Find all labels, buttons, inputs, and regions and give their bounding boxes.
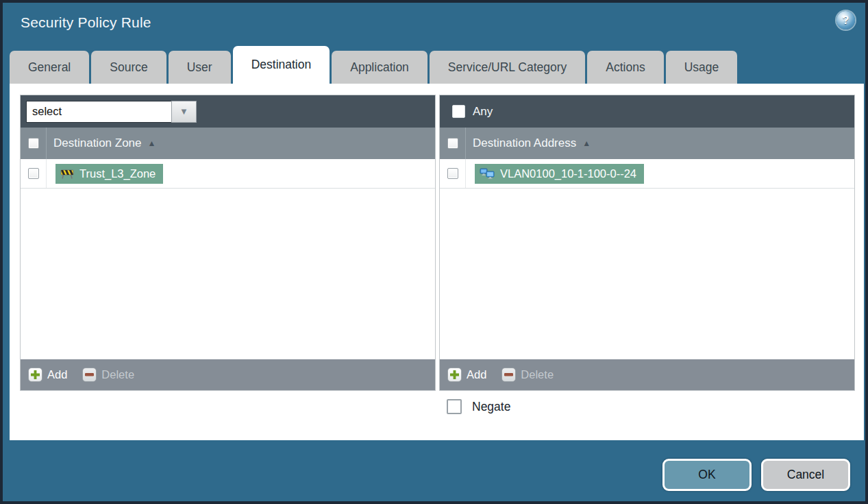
zone-select-bar: ▼: [21, 95, 435, 128]
tab-actions[interactable]: Actions: [587, 51, 663, 84]
address-rows: VLAN0100_10-1-100-0--24: [440, 159, 854, 359]
destination-address-panel: Any Destination Address ▲: [439, 95, 855, 391]
negate-checkbox[interactable]: [447, 399, 462, 414]
dropdown-arrow-icon: ▼: [179, 106, 188, 117]
zone-label: Trust_L3_Zone: [79, 167, 156, 180]
zone-select-dropdown-button[interactable]: ▼: [171, 101, 197, 123]
zone-delete-label: Delete: [101, 368, 134, 381]
tab-service-url-category[interactable]: Service/URL Category: [430, 51, 585, 84]
zone-toolbar: Add Delete: [21, 359, 435, 390]
address-header-checkbox[interactable]: [447, 138, 458, 149]
network-address-icon: [480, 168, 495, 180]
zone-add-label: Add: [47, 368, 67, 381]
sort-asc-icon: ▲: [582, 139, 591, 147]
address-toolbar: Add Delete: [440, 359, 854, 390]
help-glyph: ?: [843, 14, 850, 27]
zone-select-combo: ▼: [26, 101, 197, 123]
address-row-checkbox[interactable]: [447, 168, 458, 179]
address-chip[interactable]: VLAN0100_10-1-100-0--24: [475, 164, 644, 184]
zone-row: Trust_L3_Zone: [21, 159, 435, 189]
zone-row-checkbox[interactable]: [28, 168, 39, 179]
address-header-checkbox-cell: [440, 128, 466, 159]
destination-zone-panel: ▼ Destination Zone ▲: [20, 95, 436, 391]
minus-icon: [501, 368, 516, 382]
zone-column-header-row: Destination Zone ▲: [21, 128, 435, 159]
sort-asc-icon: ▲: [148, 139, 156, 147]
address-delete-label: Delete: [521, 368, 554, 381]
address-add-button[interactable]: Add: [447, 368, 486, 382]
page-title: Security Policy Rule: [21, 14, 151, 31]
tab-general[interactable]: General: [10, 51, 89, 84]
cancel-button[interactable]: Cancel: [761, 459, 850, 491]
tab-usage[interactable]: Usage: [666, 51, 738, 84]
address-row: VLAN0100_10-1-100-0--24: [440, 159, 854, 189]
address-column-header-row: Destination Address ▲: [440, 128, 854, 159]
zone-header-checkbox-cell: [21, 128, 47, 159]
negate-row: Negate: [447, 399, 510, 414]
destination-tab-content: ▼ Destination Zone ▲: [10, 84, 864, 440]
tab-bar: General Source User Destination Applicat…: [10, 46, 737, 84]
zone-row-checkbox-cell: [21, 159, 47, 188]
help-icon[interactable]: ?: [836, 11, 855, 29]
zone-chip[interactable]: Trust_L3_Zone: [55, 164, 163, 184]
tab-application[interactable]: Application: [332, 51, 427, 84]
zone-select-input[interactable]: [26, 101, 171, 123]
plus-icon: [447, 368, 462, 382]
security-policy-rule-dialog: Security Policy Rule ? General Source Us…: [0, 0, 868, 504]
negate-label: Negate: [472, 400, 510, 414]
address-row-checkbox-cell: [440, 159, 466, 188]
address-column-header[interactable]: Destination Address ▲: [473, 136, 591, 150]
tab-user[interactable]: User: [169, 51, 231, 84]
tab-destination[interactable]: Destination: [233, 46, 330, 84]
zone-add-button[interactable]: Add: [28, 368, 67, 382]
zone-column-header-label: Destination Zone: [53, 136, 142, 150]
address-column-header-label: Destination Address: [473, 136, 576, 150]
tab-source[interactable]: Source: [91, 51, 166, 84]
any-label: Any: [473, 105, 493, 119]
any-checkbox[interactable]: [452, 105, 465, 118]
zone-header-checkbox[interactable]: [28, 138, 39, 149]
ok-button[interactable]: OK: [662, 459, 752, 491]
zone-rows: Trust_L3_Zone: [21, 159, 435, 359]
any-bar: Any: [440, 95, 854, 128]
plus-icon: [28, 368, 42, 382]
zone-delete-button[interactable]: Delete: [82, 368, 134, 382]
zone-barrier-icon: [60, 168, 74, 179]
any-checkbox-cell: [445, 95, 471, 128]
address-add-label: Add: [467, 368, 486, 381]
address-label: VLAN0100_10-1-100-0--24: [500, 167, 636, 180]
zone-column-header[interactable]: Destination Zone ▲: [53, 136, 156, 150]
address-delete-button[interactable]: Delete: [501, 368, 554, 382]
minus-icon: [82, 368, 97, 382]
